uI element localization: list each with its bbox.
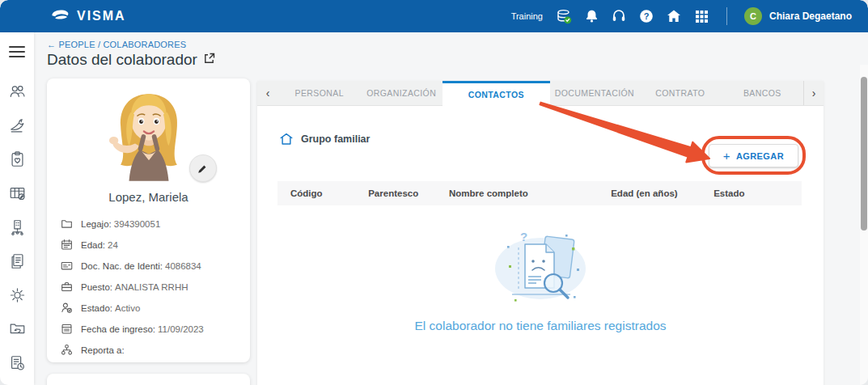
bell-icon[interactable]: [584, 9, 599, 24]
sidebar-item-organization[interactable]: [7, 218, 27, 236]
sidebar-item-health[interactable]: [7, 150, 27, 168]
content-area: ← PEOPLE / COLABORADORES Datos del colab…: [34, 32, 868, 385]
person-status-icon: [61, 302, 73, 314]
help-icon[interactable]: ?: [639, 9, 654, 24]
field-puesto: Puesto:ANALISTA RRHH: [61, 281, 250, 293]
topbar: VISMA Training: [0, 0, 868, 32]
hierarchy-icon: [61, 344, 73, 356]
field-fecha-ingreso: Fecha de ingreso:11/09/2023: [61, 323, 250, 335]
house-icon: [279, 132, 294, 146]
calendar-icon: [61, 239, 73, 251]
schedule-icon: [61, 323, 73, 335]
settings-gear-icon: [8, 286, 27, 304]
external-link-icon[interactable]: [204, 53, 215, 67]
sidebar: [0, 32, 34, 385]
scrollbar-thumb[interactable]: [861, 77, 867, 231]
profile-card: Lopez, Mariela Legajo:394390051 Edad:24 …: [47, 78, 250, 362]
empty-message: El colaborador no tiene familiares regis…: [257, 319, 824, 333]
tab-bancos[interactable]: BANCOS: [722, 81, 803, 105]
field-estado: Estado:Activo: [61, 302, 250, 314]
section-title: Grupo familiar: [301, 133, 370, 145]
field-edad: Edad:24: [61, 239, 250, 251]
folder-icon: [61, 218, 73, 230]
menu-icon[interactable]: [9, 43, 25, 61]
visma-swoosh-icon: [50, 8, 71, 25]
plus-icon: +: [723, 150, 730, 162]
empty-state: ? El colaborador no tiene familiares reg…: [257, 225, 824, 333]
user-name: Chiara Degaetano: [769, 11, 852, 22]
pencil-icon: [197, 163, 209, 175]
environment-label: Training: [511, 11, 543, 21]
tab-documentacion[interactable]: DOCUMENTACIÓN: [550, 81, 639, 105]
clipboard-heart-icon: [8, 150, 27, 168]
field-documento: Doc. Nac. de Identi:4086834: [61, 260, 250, 272]
organization-icon: [8, 218, 27, 236]
user-avatar: C: [744, 7, 762, 25]
folders-sync-icon: [8, 320, 27, 338]
tabs-next-chevron-icon[interactable]: ›: [803, 81, 824, 105]
topbar-divider: [726, 7, 727, 25]
edit-avatar-button[interactable]: [189, 154, 217, 182]
visma-logo[interactable]: VISMA: [50, 8, 126, 25]
tabs-prev-chevron-icon[interactable]: ‹: [257, 81, 278, 105]
family-table-header: Código Parentesco Nombre completo Edad (…: [277, 181, 802, 205]
no-results-illustration: ?: [476, 225, 604, 306]
app-window: VISMA Training: [0, 0, 868, 385]
payroll-table-icon: [8, 184, 27, 202]
sidebar-item-documents[interactable]: [7, 252, 27, 270]
dove-hand-icon: [8, 116, 27, 134]
sidebar-item-processes[interactable]: [7, 320, 27, 338]
document-clock-icon: [8, 354, 27, 372]
employees-icon: [8, 82, 27, 100]
detail-panel: ‹ PERSONAL ORGANIZACIÓN CONTACTOS DOCUME…: [257, 81, 824, 385]
scrollbar-track[interactable]: [860, 65, 868, 385]
home-icon[interactable]: [667, 9, 682, 24]
employee-avatar: [95, 88, 202, 184]
sidebar-item-employees[interactable]: [7, 82, 27, 100]
tab-contactos[interactable]: CONTACTOS: [442, 81, 550, 106]
tab-personal[interactable]: PERSONAL: [278, 81, 360, 105]
back-arrow-icon: ←: [47, 40, 56, 49]
field-legajo: Legajo:394390051: [61, 218, 250, 230]
apps-grid-icon[interactable]: [694, 9, 709, 24]
documents-icon: [8, 252, 27, 270]
sidebar-item-licenses[interactable]: [7, 116, 27, 134]
id-card-icon: [61, 260, 73, 272]
brand-name: VISMA: [77, 9, 126, 23]
field-reporta-a: Reporta a:: [61, 344, 250, 356]
sidebar-item-settings[interactable]: [7, 286, 27, 304]
svg-text:?: ?: [644, 11, 650, 21]
secondary-card: [47, 374, 250, 385]
headset-icon[interactable]: [612, 9, 627, 24]
user-menu[interactable]: C Chiara Degaetano: [744, 7, 852, 25]
annotation-ellipse: + AGREGAR: [709, 144, 798, 167]
agregar-button[interactable]: + AGREGAR: [709, 144, 798, 167]
tab-contrato[interactable]: CONTRATO: [639, 81, 721, 105]
tab-organizacion[interactable]: ORGANIZACIÓN: [360, 81, 442, 105]
briefcase-icon: [61, 281, 73, 293]
page-title: Datos del colaborador: [47, 51, 197, 69]
sidebar-item-payroll[interactable]: [7, 184, 27, 202]
employee-name: Lopez, Mariela: [47, 190, 250, 204]
svg-text:?: ?: [520, 230, 527, 243]
database-status-icon[interactable]: [557, 9, 572, 24]
tab-bar: ‹ PERSONAL ORGANIZACIÓN CONTACTOS DOCUME…: [257, 81, 824, 106]
sidebar-item-time-records[interactable]: [7, 354, 27, 372]
breadcrumb[interactable]: ← PEOPLE / COLABORADORES: [47, 40, 186, 49]
